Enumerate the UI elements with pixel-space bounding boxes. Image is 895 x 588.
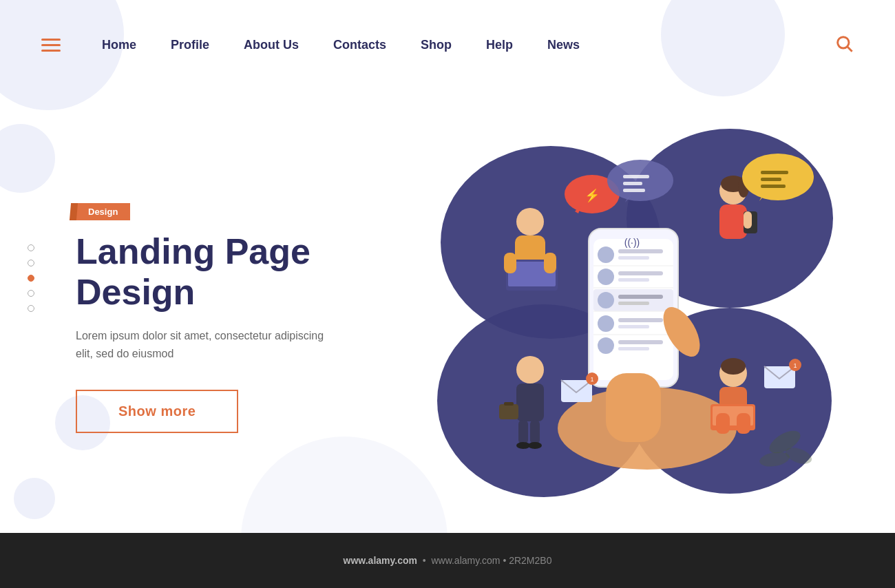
svg-point-21	[598, 315, 614, 332]
hero-illustration: ((·)) ⚡	[358, 105, 895, 518]
svg-rect-61	[518, 420, 528, 444]
svg-rect-59	[499, 404, 518, 419]
slide-indicators	[28, 244, 34, 312]
svg-point-57	[516, 356, 544, 384]
nav-home[interactable]: Home	[102, 38, 136, 52]
svg-rect-36	[504, 253, 516, 273]
footer-bar: www.alamy.com • www.alamy.com • 2R2M2B0	[0, 533, 895, 588]
svg-rect-74	[737, 413, 750, 434]
nav-help[interactable]: Help	[486, 38, 513, 52]
svg-text:1: 1	[590, 376, 593, 383]
svg-rect-45	[623, 189, 645, 192]
svg-line-1	[847, 47, 852, 51]
nav-about[interactable]: About Us	[244, 38, 299, 52]
indicator-dot-2[interactable]	[28, 260, 34, 266]
svg-rect-54	[761, 171, 788, 174]
indicator-dot-5[interactable]	[28, 305, 34, 312]
nav-contacts[interactable]: Contacts	[333, 38, 386, 52]
svg-point-32	[516, 208, 544, 235]
main-content: Design Landing Page Design Lorem ipsum d…	[0, 90, 895, 533]
svg-rect-58	[516, 384, 544, 421]
svg-rect-26	[618, 340, 663, 344]
svg-rect-55	[761, 178, 781, 181]
header: Home Profile About Us Contacts Shop Help…	[0, 0, 895, 90]
hero-left: Design Landing Page Design Lorem ipsum d…	[0, 189, 358, 434]
svg-rect-13	[618, 271, 663, 275]
svg-rect-73	[716, 413, 730, 434]
main-nav: Home Profile About Us Contacts Shop Help…	[102, 38, 834, 52]
svg-rect-62	[530, 420, 540, 444]
svg-text:⚡: ⚡	[585, 188, 600, 203]
svg-rect-23	[618, 325, 649, 328]
hero-description: Lorem ipsum dolor sit amet, consectetur …	[76, 327, 337, 362]
hero-heading: Landing Page Design	[76, 231, 358, 314]
svg-point-69	[721, 358, 746, 375]
svg-rect-18	[618, 295, 663, 299]
svg-rect-49	[719, 204, 747, 239]
svg-rect-43	[623, 175, 649, 178]
hamburger-line-1	[41, 39, 61, 41]
svg-rect-60	[504, 402, 514, 406]
svg-rect-10	[618, 256, 649, 260]
indicator-dot-1[interactable]	[28, 244, 34, 251]
svg-rect-27	[618, 347, 649, 350]
svg-point-52	[742, 154, 814, 200]
svg-point-41	[607, 160, 673, 201]
svg-rect-51	[744, 211, 752, 229]
svg-point-64	[528, 442, 542, 449]
svg-rect-19	[618, 302, 649, 305]
footer-watermark: www.alamy.com • www.alamy.com • 2R2M2B0	[344, 555, 552, 566]
indicator-dot-3[interactable]	[28, 275, 34, 282]
svg-rect-22	[618, 318, 663, 322]
hamburger-line-3	[41, 50, 61, 52]
svg-point-25	[598, 337, 614, 354]
nav-shop[interactable]: Shop	[421, 38, 452, 52]
search-icon	[834, 34, 854, 53]
nav-news[interactable]: News	[547, 38, 580, 52]
svg-rect-14	[618, 278, 649, 282]
indicator-dot-4[interactable]	[28, 290, 34, 297]
svg-rect-37	[544, 253, 556, 273]
show-more-button[interactable]: Show more	[76, 390, 238, 433]
search-button[interactable]	[834, 34, 854, 56]
svg-rect-30	[606, 373, 661, 442]
hamburger-menu[interactable]	[41, 39, 61, 52]
svg-rect-9	[618, 249, 663, 253]
svg-text:1: 1	[793, 362, 797, 369]
nav-profile[interactable]: Profile	[171, 38, 209, 52]
svg-point-0	[838, 37, 849, 48]
svg-point-12	[598, 269, 614, 285]
svg-point-8	[598, 246, 614, 263]
svg-rect-56	[761, 185, 786, 188]
hamburger-line-2	[41, 44, 61, 46]
svg-rect-44	[623, 182, 642, 185]
svg-point-17	[598, 292, 614, 308]
hero-badge: Design	[76, 203, 130, 220]
svg-text:((·)): ((·))	[624, 237, 640, 248]
